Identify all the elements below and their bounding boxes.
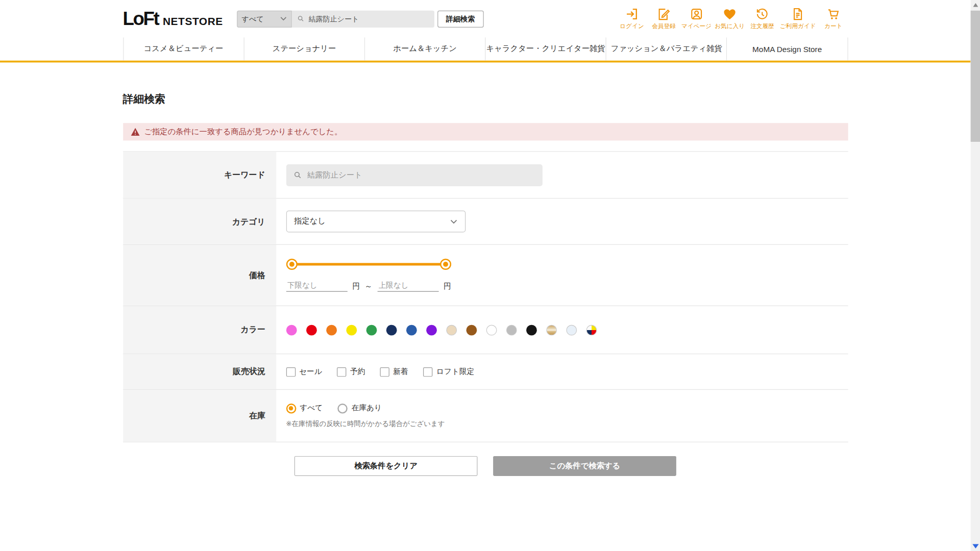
checkbox-label: セール — [299, 366, 322, 377]
color-swatch-navy[interactable] — [386, 324, 397, 335]
price-inputs: 円 ～ 円 — [286, 280, 848, 292]
nav-item-stationery[interactable]: ステーショナリー — [243, 37, 364, 60]
scroll-down-button[interactable] — [971, 541, 980, 551]
utility-register[interactable]: 会員登録 — [649, 7, 678, 31]
utility-label: マイページ — [681, 22, 712, 31]
category-select-value: 指定なし — [294, 216, 326, 227]
sales-status-label: 販売状況 — [123, 354, 276, 389]
color-swatch-row — [286, 324, 848, 335]
scrollbar-thumb[interactable] — [971, 11, 980, 142]
nav-item-fashion-variety[interactable]: ファッション＆バラエティ雑貨 — [606, 37, 727, 60]
utility-cart[interactable]: カート — [819, 7, 848, 31]
color-swatch-gray[interactable] — [506, 324, 517, 335]
price-unit-label: 円 — [444, 281, 451, 292]
color-swatch-purple[interactable] — [426, 324, 436, 335]
color-swatch-clear[interactable] — [566, 324, 577, 335]
advanced-search-button[interactable]: 詳細検索 — [437, 10, 484, 27]
checkbox-box — [286, 367, 295, 376]
form-row-keyword: キーワード — [123, 152, 848, 199]
nav-item-cosme[interactable]: コスメ＆ビューティー — [123, 37, 244, 60]
radio-button — [286, 403, 296, 413]
color-swatch-green[interactable] — [366, 324, 377, 335]
checkbox-new[interactable]: 新着 — [380, 366, 408, 377]
color-swatch-black[interactable] — [526, 324, 536, 335]
form-row-price: 価格 円 ～ 円 — [123, 245, 848, 306]
color-swatch-yellow[interactable] — [346, 324, 357, 335]
mypage-icon — [689, 7, 703, 21]
cart-icon — [826, 7, 841, 21]
checkbox-label: 新着 — [393, 366, 408, 377]
utility-label: 注文履歴 — [750, 22, 774, 31]
alert-banner: ご指定の条件に一致する商品が見つかりませんでした。 — [123, 123, 848, 140]
checkbox-box — [380, 367, 389, 376]
price-slider-track — [290, 263, 448, 266]
form-row-stock: 在庫 すべて 在庫あり — [123, 390, 848, 442]
nav-item-home-kitchen[interactable]: ホーム＆キッチン — [364, 37, 485, 60]
price-max-input[interactable] — [377, 280, 438, 292]
utility-login[interactable]: ログイン — [618, 7, 646, 31]
utility-label: 会員登録 — [652, 22, 676, 31]
stock-note: ※在庫情報の反映に時間がかかる場合がございます — [286, 419, 848, 429]
color-swatch-gold[interactable] — [546, 324, 557, 335]
keyword-label: キーワード — [123, 152, 276, 198]
checkbox-reserve[interactable]: 予約 — [337, 366, 365, 377]
checkbox-sale[interactable]: セール — [286, 366, 322, 377]
price-slider[interactable] — [286, 259, 451, 270]
radio-button — [338, 403, 348, 413]
color-swatch-red[interactable] — [306, 324, 316, 335]
utility-label: カート — [824, 22, 842, 31]
color-swatch-multicolor[interactable] — [586, 324, 597, 335]
form-row-sales-status: 販売状況 セール 予約 — [123, 354, 848, 390]
category-select[interactable]: 指定なし — [286, 211, 465, 233]
price-slider-handle-min[interactable] — [286, 259, 297, 270]
keyword-input[interactable] — [307, 170, 535, 179]
utility-label: ご利用ガイド — [780, 22, 816, 31]
scroll-up-button[interactable] — [971, 0, 980, 10]
nav-item-character[interactable]: キャラクター・クリエイター雑貨 — [485, 37, 606, 60]
checkbox-loft-exclusive[interactable]: ロフト限定 — [423, 366, 474, 377]
guide-icon — [791, 7, 805, 21]
logo-main-text: LoFt — [123, 8, 159, 30]
stock-label: 在庫 — [123, 390, 276, 442]
search-category-value: すべて — [242, 14, 264, 23]
price-slider-handle-max[interactable] — [439, 259, 451, 270]
warning-icon — [130, 128, 139, 136]
color-swatch-white[interactable] — [486, 324, 497, 335]
logo-sub-text: NETSTORE — [163, 16, 223, 28]
color-swatch-pink[interactable] — [286, 324, 297, 335]
search-category-select[interactable]: すべて — [237, 10, 292, 27]
header-search-box — [292, 10, 434, 27]
price-min-input[interactable] — [286, 280, 347, 292]
price-unit-label: 円 — [352, 281, 360, 292]
search-icon — [293, 170, 302, 180]
color-swatch-orange[interactable] — [326, 324, 337, 335]
page: LoFt NETSTORE すべて 詳細検索 — [0, 0, 980, 551]
scroll-up-icon — [973, 3, 978, 7]
search-form: キーワード カテゴリ 指定なし — [123, 151, 848, 442]
login-icon — [625, 7, 639, 21]
utility-favorites[interactable]: お気に入り — [715, 7, 745, 31]
sales-status-options: セール 予約 新着 — [286, 366, 848, 377]
utility-mypage[interactable]: マイページ — [681, 7, 712, 31]
radio-label: すべて — [300, 403, 323, 414]
radio-stock-available[interactable]: 在庫あり — [338, 403, 382, 414]
scrollbar[interactable] — [971, 0, 980, 551]
clear-conditions-button[interactable]: 検索条件をクリア — [295, 456, 478, 476]
radio-stock-all[interactable]: すべて — [286, 403, 323, 414]
utility-order-history[interactable]: 注文履歴 — [748, 7, 776, 31]
loft-logo[interactable]: LoFt NETSTORE — [123, 8, 223, 30]
color-swatch-beige[interactable] — [446, 324, 457, 335]
color-swatch-brown[interactable] — [466, 324, 477, 335]
stock-options: すべて 在庫あり — [286, 403, 848, 414]
page-title: 詳細検索 — [123, 92, 848, 106]
chevron-down-icon — [450, 219, 457, 224]
checkbox-label: 予約 — [350, 366, 365, 377]
utility-guide[interactable]: ご利用ガイド — [780, 7, 816, 31]
color-swatch-blue[interactable] — [406, 324, 416, 335]
form-row-category: カテゴリ 指定なし — [123, 198, 848, 245]
nav-item-moma[interactable]: MoMA Design Store — [726, 37, 848, 60]
search-with-conditions-button[interactable]: この条件で検索する — [493, 456, 676, 476]
utility-label: お気に入り — [715, 22, 745, 31]
header-search-input[interactable] — [308, 15, 429, 22]
page-area: LoFt NETSTORE すべて 詳細検索 — [0, 0, 971, 551]
